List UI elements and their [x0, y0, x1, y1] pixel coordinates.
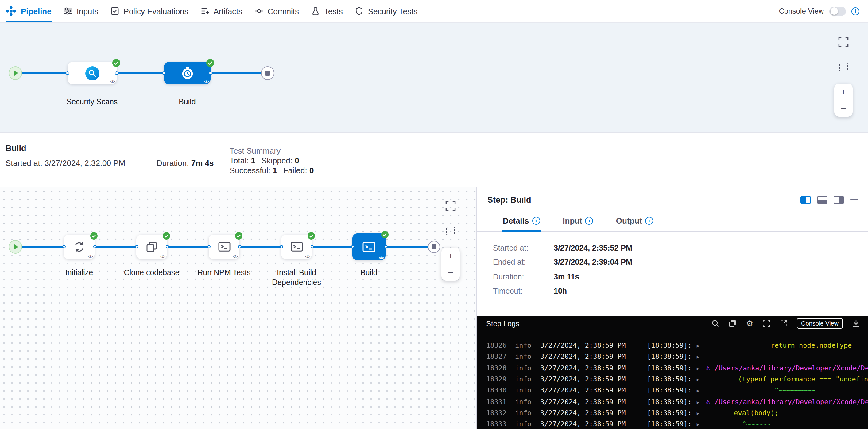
tab-label: Tests	[324, 6, 343, 16]
console-view-toggle[interactable]	[829, 6, 846, 16]
copy-icon[interactable]	[729, 319, 737, 327]
pipeline-start-node[interactable]	[9, 66, 22, 80]
zoom-in-button[interactable]	[441, 247, 460, 264]
step-card-build[interactable]: </>	[352, 233, 385, 260]
connector-port	[238, 245, 241, 248]
step-label-install-build-dependencies[interactable]: Install Build Dependencies	[263, 268, 330, 287]
tab-details[interactable]: Details	[501, 211, 541, 231]
build-stage-icon	[180, 66, 194, 80]
step-label-build[interactable]: Build	[335, 268, 403, 278]
layout-left-pane-icon[interactable]	[801, 195, 811, 204]
zoom-out-button[interactable]	[441, 264, 460, 280]
info-icon[interactable]	[851, 7, 859, 15]
nav-tabs: Pipeline Inputs Policy Evaluations Artif…	[5, 0, 417, 22]
step-panel-title: Step: Build	[487, 195, 531, 204]
selection-marquee-icon[interactable]	[839, 63, 848, 71]
code-glyph-icon: </>	[204, 79, 209, 84]
console-view-button[interactable]: Console View	[797, 318, 843, 329]
tune-icon	[64, 7, 72, 16]
zoom-controls	[834, 84, 852, 117]
console-title: Step Logs	[486, 319, 519, 328]
step-label-clone-codebase[interactable]: Clone codebase	[118, 268, 185, 278]
expander-icon[interactable]	[697, 341, 702, 349]
step-card-clone-codebase[interactable]: </>	[136, 234, 167, 259]
console-view-label: Console View	[779, 7, 824, 16]
log-time: [18:38:59]:	[647, 420, 692, 428]
log-date: 3/27/2024, 2:38:59 PM	[540, 387, 625, 395]
connector-line	[22, 246, 64, 247]
pipeline-end-node[interactable]	[261, 66, 274, 80]
selection-marquee-icon[interactable]	[446, 226, 455, 235]
pipeline-icon	[5, 5, 17, 17]
tab-security-tests[interactable]: Security Tests	[355, 0, 417, 22]
stage-card-build[interactable]: </>	[164, 62, 211, 84]
tab-artifacts[interactable]: Artifacts	[201, 0, 243, 22]
fullscreen-icon[interactable]	[445, 200, 456, 211]
success-check-icon	[206, 58, 214, 66]
log-time: [18:38:59]:	[647, 375, 692, 383]
step-card-initialize[interactable]: </>	[64, 234, 95, 259]
zoom-out-button[interactable]	[834, 100, 852, 117]
tab-pipeline[interactable]: Pipeline	[5, 0, 52, 22]
expander-icon[interactable]	[697, 398, 702, 406]
step-card-install-build-dependencies[interactable]: </>	[281, 234, 312, 259]
collapse-panel-icon[interactable]	[850, 199, 858, 201]
fullscreen-icon[interactable]	[838, 36, 849, 47]
tab-tests[interactable]: Tests	[311, 0, 343, 22]
tab-inputs[interactable]: Inputs	[64, 0, 98, 22]
log-message: eval(body);	[710, 409, 779, 417]
download-icon[interactable]	[852, 319, 860, 327]
step-logs-console: Step Logs ⚙ Console View 18326info3/27/2…	[477, 315, 868, 429]
connector-port	[62, 245, 65, 248]
test-summary-title: Test Summary	[229, 146, 314, 156]
settings-gear-icon[interactable]: ⚙	[746, 319, 753, 327]
log-level: info	[515, 409, 532, 417]
stage-label-security-scans[interactable]: Security Scans	[58, 97, 126, 107]
layout-bottom-pane-icon[interactable]	[817, 195, 828, 204]
code-glyph-icon: </>	[88, 254, 93, 258]
log-date: 3/27/2024, 2:38:59 PM	[540, 398, 625, 406]
expander-icon[interactable]	[697, 387, 702, 395]
summary-stage-title: Build	[5, 144, 26, 153]
log-date: 3/27/2024, 2:38:59 PM	[540, 420, 625, 428]
tab-commits[interactable]: Commits	[255, 0, 299, 22]
stage-label-build[interactable]: Build	[153, 97, 221, 107]
log-level: info	[515, 341, 532, 349]
info-icon[interactable]	[645, 216, 653, 224]
stage-card-security-scans[interactable]: </>	[67, 62, 117, 84]
bottom-split: </> </> </> </>	[0, 187, 868, 429]
expander-icon[interactable]	[697, 353, 702, 361]
stop-icon	[432, 244, 436, 249]
layout-right-pane-icon[interactable]	[834, 195, 844, 204]
initialize-icon	[73, 240, 85, 253]
flask-icon	[311, 7, 320, 16]
step-card-run-npm-tests[interactable]: </>	[209, 234, 239, 259]
log-line: 18333info3/27/2024, 2:38:59 PM[18:38:59]…	[477, 419, 868, 429]
tab-input[interactable]: Input	[561, 211, 594, 231]
tab-label: Input	[563, 216, 582, 225]
tab-policy-evaluations[interactable]: Policy Evaluations	[111, 0, 188, 22]
test-summary: Test Summary Total: 1Skipped: 0 Successf…	[229, 146, 314, 176]
expander-icon[interactable]	[697, 420, 702, 428]
log-line-number: 18331	[486, 398, 506, 406]
success-check-icon	[308, 231, 315, 238]
search-icon[interactable]	[712, 319, 720, 327]
tab-output[interactable]: Output	[615, 211, 654, 231]
expander-icon[interactable]	[697, 364, 702, 372]
step-label-run-npm-tests[interactable]: Run NPM Tests	[190, 268, 258, 278]
zoom-in-button[interactable]	[834, 84, 852, 100]
log-time: [18:38:59]:	[647, 341, 692, 349]
info-icon[interactable]	[532, 216, 540, 224]
expander-icon[interactable]	[697, 375, 702, 383]
fullscreen-icon[interactable]	[763, 319, 770, 327]
open-external-icon[interactable]	[780, 319, 787, 327]
step-graph-end-node[interactable]	[428, 240, 440, 253]
info-icon[interactable]	[585, 216, 593, 224]
duration-label: Duration:	[157, 158, 189, 168]
connector-port	[209, 71, 212, 75]
test-summary-line-1: Total: 1Skipped: 0	[229, 156, 314, 166]
expander-icon[interactable]	[697, 409, 702, 417]
step-label-initialize[interactable]: Initialize	[45, 268, 113, 278]
detail-row: Started at:3/27/2024, 2:35:52 PM	[493, 244, 868, 252]
step-graph-start-node[interactable]	[9, 240, 22, 253]
